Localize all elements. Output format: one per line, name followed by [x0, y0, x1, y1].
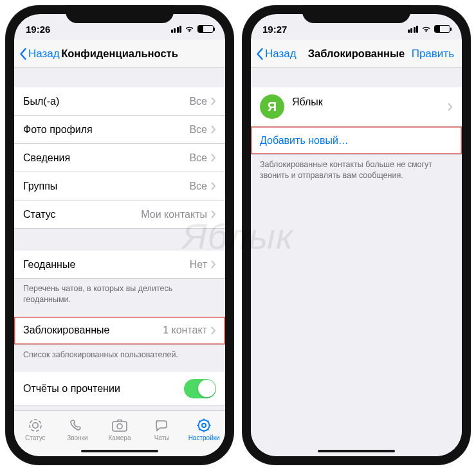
page-title: Конфиденциальность	[61, 48, 178, 60]
status-icon	[27, 418, 44, 432]
row-label: Отчёты о прочтении	[23, 383, 184, 395]
gear-icon	[196, 418, 212, 432]
phone-left: 19:26 Назад Конфиденциальность Был(-а)	[5, 5, 234, 465]
footer-blocked-info: Заблокированные контакты больше не смогу…	[251, 155, 462, 181]
svg-point-3	[117, 423, 122, 429]
home-indicator	[318, 450, 395, 452]
svg-line-12	[199, 429, 201, 430]
row-profile-photo[interactable]: Фото профиля Все	[14, 116, 225, 144]
chevron-right-icon	[448, 103, 453, 111]
chevron-right-icon	[211, 326, 216, 335]
svg-line-10	[199, 420, 201, 422]
signal-icon	[171, 26, 182, 33]
row-live-location[interactable]: Геоданные Нет	[14, 251, 225, 279]
chevron-right-icon	[211, 125, 216, 134]
row-status[interactable]: Статус Мои контакты	[14, 200, 225, 229]
footer-geo: Перечень чатов, в которых вы делитесь ге…	[14, 279, 225, 305]
row-value: 1 контакт	[163, 324, 207, 336]
back-button[interactable]: Назад	[19, 40, 60, 68]
row-value: Все	[189, 181, 207, 192]
add-new-label: Добавить новый…	[260, 135, 349, 147]
avatar: Я	[260, 94, 284, 119]
svg-line-11	[208, 429, 209, 430]
svg-point-0	[30, 420, 41, 431]
svg-rect-2	[113, 422, 127, 431]
signal-icon	[408, 26, 419, 33]
battery-icon	[434, 25, 450, 33]
phone-icon	[69, 418, 86, 432]
row-label: Геоданные	[23, 259, 190, 271]
tab-label: Звонки	[67, 434, 87, 441]
chevron-right-icon	[211, 97, 216, 105]
status-time: 19:27	[262, 24, 287, 35]
row-groups[interactable]: Группы Все	[14, 172, 225, 200]
chevron-left-icon	[19, 48, 27, 60]
row-label: Фото профиля	[23, 124, 189, 136]
chevron-left-icon	[256, 48, 264, 60]
row-value: Нет	[190, 259, 207, 271]
tab-label: Камера	[109, 434, 131, 441]
tab-label: Чаты	[154, 434, 170, 441]
row-last-seen[interactable]: Был(-а) Все	[14, 87, 225, 116]
blocked-list[interactable]: Я Яблык Добавить новый… Заблокированные …	[251, 68, 462, 456]
page-title: Заблокированные	[308, 48, 405, 60]
notch	[66, 5, 174, 23]
wifi-icon	[185, 26, 194, 33]
home-indicator	[81, 450, 158, 452]
back-label: Назад	[265, 48, 297, 60]
row-label: Заблокированные	[23, 324, 163, 336]
camera-icon	[111, 418, 128, 432]
row-value: Мои контакты	[141, 209, 207, 220]
row-read-receipts[interactable]: Отчёты о прочтении	[14, 372, 225, 406]
add-new-button[interactable]: Добавить новый…	[251, 127, 462, 155]
nav-bar: Назад Конфиденциальность	[14, 40, 225, 68]
chevron-right-icon	[211, 154, 216, 162]
blocked-contact-row[interactable]: Я Яблык	[251, 87, 462, 127]
svg-point-1	[33, 422, 38, 427]
row-value: Все	[189, 96, 207, 107]
tab-calls[interactable]: Звонки	[57, 411, 99, 445]
row-label: Был(-а)	[23, 96, 189, 107]
tab-label: Настройки	[188, 434, 220, 441]
row-label: Статус	[23, 209, 141, 220]
edit-label: Править	[412, 48, 454, 60]
chevron-right-icon	[211, 260, 216, 269]
footer-blocked: Список заблокированных пользователей.	[14, 345, 225, 360]
row-label: Сведения	[23, 152, 189, 164]
svg-point-5	[202, 423, 206, 427]
toggle-read-receipts[interactable]	[184, 379, 216, 398]
phone-right: 19:27 Назад Заблокированные Править	[242, 5, 471, 465]
back-button[interactable]: Назад	[256, 40, 297, 68]
settings-list[interactable]: Был(-а) Все Фото профиля Все Сведения Вс…	[14, 68, 225, 410]
row-blocked[interactable]: Заблокированные 1 контакт	[14, 317, 225, 345]
contact-name: Яблык	[292, 96, 448, 108]
tab-label: Статус	[25, 434, 46, 441]
row-label: Группы	[23, 181, 189, 192]
svg-line-13	[208, 420, 209, 422]
notch	[302, 5, 410, 23]
row-about[interactable]: Сведения Все	[14, 144, 225, 172]
tab-status[interactable]: Статус	[14, 411, 57, 445]
tab-settings[interactable]: Настройки	[183, 411, 225, 445]
status-time: 19:26	[26, 24, 50, 35]
row-value: Все	[189, 152, 207, 164]
back-label: Назад	[28, 48, 60, 60]
chevron-right-icon	[211, 182, 216, 190]
tab-camera[interactable]: Камера	[98, 411, 141, 445]
row-value: Все	[189, 124, 207, 136]
tab-chats[interactable]: Чаты	[141, 411, 183, 445]
wifi-icon	[421, 26, 431, 33]
edit-button[interactable]: Править	[412, 40, 454, 68]
nav-bar: Назад Заблокированные Править	[251, 40, 462, 68]
chevron-right-icon	[211, 210, 216, 218]
chat-icon	[154, 418, 170, 432]
battery-icon	[197, 25, 214, 33]
contact-sub	[292, 107, 448, 117]
